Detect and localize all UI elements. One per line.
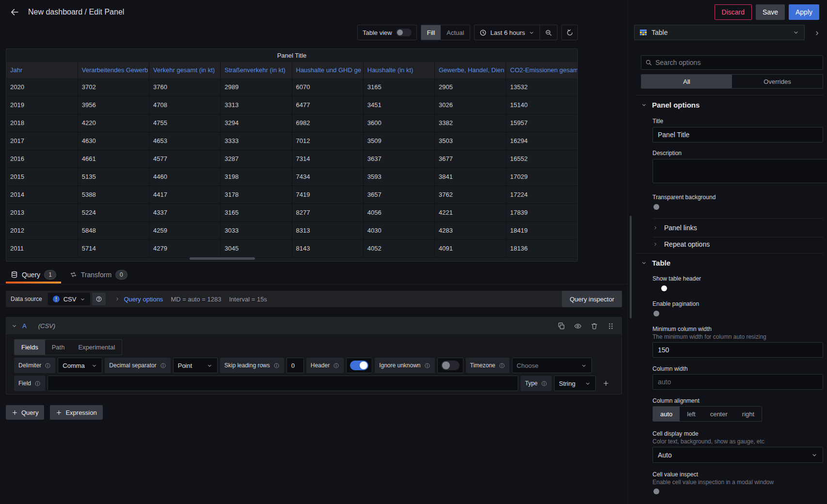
hide-query-button[interactable] — [572, 320, 584, 332]
options-filter-tabs: All Overrides — [641, 74, 823, 89]
table-column-header[interactable]: Jahr — [6, 62, 78, 78]
tab-transform[interactable]: Transform 0 — [65, 266, 132, 284]
table-column-header[interactable]: Verkehr gesamt (in kt) — [149, 62, 221, 78]
repeat-options-section[interactable]: Repeat options — [652, 240, 823, 248]
transform-icon — [70, 271, 77, 278]
table-column-header[interactable]: Haushalte (in kt) — [363, 62, 434, 78]
table-cell: 3503 — [435, 132, 506, 150]
table-view-toggle[interactable] — [396, 29, 412, 36]
column-width-input[interactable] — [652, 374, 823, 390]
plus-icon — [12, 410, 18, 416]
query-editor-row: A (CSV) Fields Path Experimental Delimit… — [6, 317, 622, 394]
query-count-badge: 1 — [44, 270, 56, 280]
datasource-help-button[interactable] — [92, 293, 106, 305]
actual-option[interactable]: Actual — [441, 25, 470, 40]
divider — [652, 237, 823, 237]
alignment-left-option[interactable]: left — [680, 407, 702, 421]
tab-path[interactable]: Path — [45, 340, 72, 355]
table-column-header[interactable]: Gewerbe, Handel, Dien — [435, 62, 506, 78]
add-query-button[interactable]: Query — [6, 405, 44, 420]
table-column-header[interactable]: Straßenverkehr (in kt) — [221, 62, 292, 78]
alignment-auto-option[interactable]: auto — [653, 407, 680, 421]
table-row: 2011 5714 4279 3045 8143 4052 4091 18136 — [6, 239, 577, 257]
header-toggle[interactable] — [346, 358, 372, 373]
ignore-unknown-label: Ignore unknown — [375, 358, 434, 373]
fill-option[interactable]: Fill — [421, 25, 441, 40]
info-icon — [424, 362, 430, 369]
duplicate-query-button[interactable] — [556, 320, 567, 332]
discard-button[interactable]: Discard — [715, 4, 752, 20]
add-field-button[interactable] — [598, 376, 614, 391]
table-cell: 5714 — [78, 239, 149, 257]
ignore-unknown-toggle[interactable] — [437, 358, 463, 373]
panel-description-textarea[interactable] — [652, 159, 827, 183]
delimiter-select[interactable]: Comma — [58, 358, 102, 373]
tab-all[interactable]: All — [641, 75, 732, 88]
collapse-options-pane-button[interactable] — [811, 28, 822, 38]
timezone-select[interactable]: Choose — [512, 358, 592, 373]
visualization-picker[interactable]: Table — [634, 25, 805, 40]
horizontal-scrollbar[interactable] — [190, 257, 255, 260]
cell-value-inspect-desc: Enable cell value inspection in a modal … — [652, 479, 823, 486]
tab-overrides[interactable]: Overrides — [732, 75, 823, 88]
table-column-header[interactable]: Haushalte und GHD ge — [292, 62, 363, 78]
skip-leading-rows-input[interactable] — [286, 358, 304, 373]
alignment-right-option[interactable]: right — [735, 407, 762, 421]
alignment-center-option[interactable]: center — [703, 407, 735, 421]
field-name-input[interactable] — [48, 376, 518, 391]
decimal-separator-select[interactable]: Point — [173, 358, 218, 373]
tab-experimental[interactable]: Experimental — [71, 340, 122, 355]
panel-options-section-header[interactable]: Panel options — [641, 101, 823, 109]
table-cell: 3702 — [78, 78, 149, 96]
panel-title-input[interactable] — [652, 127, 823, 142]
zoom-out-button[interactable] — [540, 25, 557, 40]
chevron-down-icon — [641, 260, 647, 266]
table-column-header[interactable]: CO2-Emissionen gesam — [506, 62, 577, 78]
table-row: 2017 4630 4653 3333 7012 3509 3503 16294 — [6, 132, 577, 150]
table-row: 2012 5848 4259 3033 8313 4030 4283 18419 — [6, 221, 577, 239]
min-column-width-input[interactable] — [652, 342, 823, 358]
back-button[interactable] — [8, 5, 21, 19]
table-cell: 3198 — [221, 168, 292, 186]
time-range-picker[interactable]: Last 6 hours — [475, 25, 540, 40]
table-cell: 7419 — [292, 186, 363, 204]
table-cell: 2020 — [6, 78, 78, 96]
tab-fields[interactable]: Fields — [15, 340, 45, 355]
panel-toolbar: Table view Fill Actual Last 6 hours — [6, 25, 578, 40]
query-options-toggle[interactable]: Query options — [114, 296, 163, 303]
table-section-header[interactable]: Table — [641, 259, 823, 267]
csv-datasource-icon — [52, 295, 60, 303]
save-button[interactable]: Save — [756, 4, 785, 20]
description-option-label: Description — [652, 150, 823, 157]
pane-divider — [627, 0, 628, 504]
datasource-value: CSV — [64, 296, 77, 303]
query-inspector-button[interactable]: Query inspector — [562, 291, 622, 307]
chevron-down-icon — [585, 380, 591, 387]
query-row-header[interactable]: A (CSV) — [6, 317, 621, 334]
column-alignment-segmented: auto left center right — [652, 406, 762, 422]
info-icon — [541, 380, 547, 387]
table-cell: 4708 — [149, 96, 221, 114]
interval-text: Interval = 15s — [229, 296, 267, 303]
table-view-control: Table view — [357, 25, 417, 40]
tab-query[interactable]: Query 1 — [6, 266, 61, 284]
max-data-points-text: MD = auto = 1283 — [171, 296, 221, 303]
search-input[interactable] — [655, 59, 819, 66]
table-cell: 4220 — [78, 114, 149, 132]
table-column-header[interactable]: Verarbeitendes Gewerb — [78, 62, 149, 78]
type-select[interactable]: String — [554, 376, 596, 391]
add-expression-button[interactable]: Expression — [50, 405, 102, 420]
table-row: 2014 5388 4417 3178 7419 3657 3762 17224 — [6, 186, 577, 204]
datasource-picker[interactable]: CSV — [48, 293, 91, 305]
panel-links-section[interactable]: Panel links — [652, 224, 823, 232]
table-cell: 8277 — [292, 204, 363, 221]
chevron-down-icon — [793, 29, 799, 36]
table-cell: 3956 — [78, 96, 149, 114]
refresh-button[interactable] — [561, 25, 578, 40]
apply-button[interactable]: Apply — [789, 4, 819, 20]
cell-display-mode-select[interactable]: Auto — [652, 447, 823, 463]
table-cell: 2011 — [6, 239, 78, 257]
remove-query-button[interactable] — [588, 320, 600, 332]
drag-query-handle[interactable] — [605, 320, 617, 332]
options-search[interactable] — [641, 55, 823, 70]
